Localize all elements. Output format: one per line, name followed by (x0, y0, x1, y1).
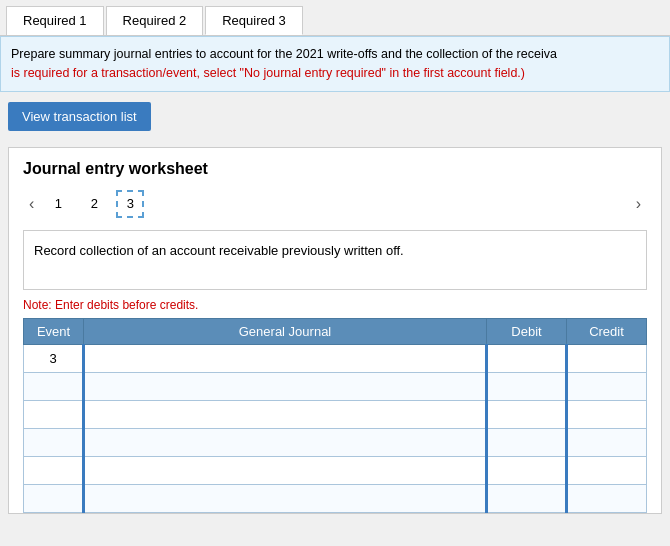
journal-cell-5[interactable] (84, 456, 487, 484)
event-description: Record collection of an account receivab… (23, 230, 647, 290)
event-cell-4 (24, 428, 84, 456)
debit-input-4[interactable] (488, 429, 565, 456)
view-transaction-button[interactable]: View transaction list (8, 102, 151, 131)
table-row (24, 372, 647, 400)
table-row (24, 428, 647, 456)
credit-cell-4[interactable] (567, 428, 647, 456)
info-banner-main: Prepare summary journal entries to accou… (11, 47, 557, 61)
journal-cell-2[interactable] (84, 372, 487, 400)
table-row (24, 400, 647, 428)
tab-required3[interactable]: Required 3 (205, 6, 303, 35)
event-cell-2 (24, 372, 84, 400)
event-cell-6 (24, 484, 84, 512)
tab-required1[interactable]: Required 1 (6, 6, 104, 35)
tab-required2[interactable]: Required 2 (106, 6, 204, 35)
event-cell-5 (24, 456, 84, 484)
debit-cell-1[interactable] (487, 344, 567, 372)
debit-input-2[interactable] (488, 373, 565, 400)
credit-cell-2[interactable] (567, 372, 647, 400)
table-row (24, 456, 647, 484)
journal-table: Event General Journal Debit Credit 3 (23, 318, 647, 513)
debit-input-3[interactable] (488, 401, 565, 428)
journal-input-5[interactable] (85, 457, 485, 484)
info-banner: Prepare summary journal entries to accou… (0, 36, 670, 92)
journal-cell-3[interactable] (84, 400, 487, 428)
credit-cell-3[interactable] (567, 400, 647, 428)
credit-input-4[interactable] (568, 429, 646, 456)
page-nav: ‹ 1 2 3 › (23, 190, 647, 218)
debit-cell-3[interactable] (487, 400, 567, 428)
debit-cell-5[interactable] (487, 456, 567, 484)
journal-input-3[interactable] (85, 401, 485, 428)
nav-page-3[interactable]: 3 (116, 190, 144, 218)
journal-input-2[interactable] (85, 373, 485, 400)
credit-cell-5[interactable] (567, 456, 647, 484)
nav-page-2[interactable]: 2 (80, 190, 108, 218)
col-header-credit: Credit (567, 318, 647, 344)
debit-cell-6[interactable] (487, 484, 567, 512)
credit-input-3[interactable] (568, 401, 646, 428)
tab-bar: Required 1 Required 2 Required 3 (0, 0, 670, 36)
credit-cell-1[interactable] (567, 344, 647, 372)
table-row: 3 (24, 344, 647, 372)
credit-input-5[interactable] (568, 457, 646, 484)
col-header-debit: Debit (487, 318, 567, 344)
debit-cell-2[interactable] (487, 372, 567, 400)
credit-input-6[interactable] (568, 485, 646, 512)
journal-input-6[interactable] (85, 485, 485, 512)
journal-entry-worksheet: Journal entry worksheet ‹ 1 2 3 › Record… (8, 147, 662, 514)
debit-credit-note: Note: Enter debits before credits. (23, 298, 647, 312)
debit-input-6[interactable] (488, 485, 565, 512)
nav-right-arrow[interactable]: › (630, 193, 647, 215)
event-cell-1: 3 (24, 344, 84, 372)
col-header-journal: General Journal (84, 318, 487, 344)
journal-input-1[interactable] (85, 345, 485, 372)
col-header-event: Event (24, 318, 84, 344)
debit-input-5[interactable] (488, 457, 565, 484)
debit-cell-4[interactable] (487, 428, 567, 456)
credit-input-2[interactable] (568, 373, 646, 400)
event-cell-3 (24, 400, 84, 428)
nav-page-1[interactable]: 1 (44, 190, 72, 218)
worksheet-title: Journal entry worksheet (23, 160, 647, 178)
info-banner-red: is required for a transaction/event, sel… (11, 66, 525, 80)
debit-input-1[interactable] (488, 345, 565, 372)
table-row (24, 484, 647, 512)
journal-cell-6[interactable] (84, 484, 487, 512)
journal-input-4[interactable] (85, 429, 485, 456)
journal-cell-1[interactable] (84, 344, 487, 372)
nav-left-arrow[interactable]: ‹ (23, 193, 40, 215)
credit-cell-6[interactable] (567, 484, 647, 512)
journal-cell-4[interactable] (84, 428, 487, 456)
credit-input-1[interactable] (568, 345, 646, 372)
